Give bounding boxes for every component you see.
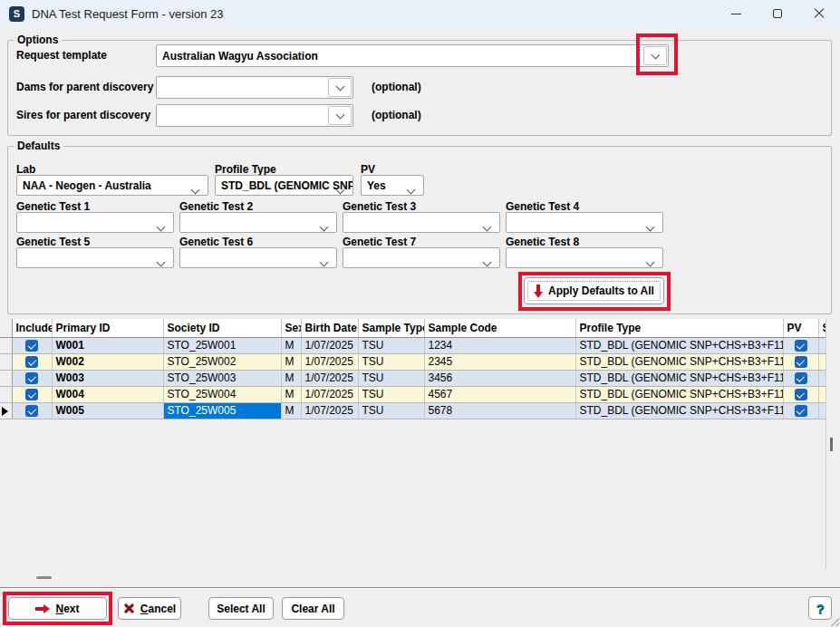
row-selector[interactable] [0, 337, 12, 353]
minimize-button[interactable] [715, 0, 757, 27]
pv-checkbox[interactable] [783, 402, 818, 419]
primary-id-cell[interactable]: W004 [52, 386, 163, 402]
table-row-current[interactable]: W005 STO_25W005 M 1/07/2025 TSU 5678 STD… [0, 402, 826, 419]
dams-combo[interactable] [156, 76, 353, 99]
col-sample-type[interactable]: Sample Type [358, 319, 424, 337]
sires-dropdown-button[interactable] [328, 106, 352, 125]
sample-type-cell[interactable]: TSU [358, 402, 424, 419]
request-template-dropdown-button[interactable] [643, 46, 667, 65]
include-checkbox[interactable] [12, 370, 52, 386]
genetic-test-7-combo[interactable] [343, 247, 500, 268]
close-button[interactable] [798, 0, 840, 27]
col-s[interactable]: S [818, 319, 826, 337]
cancel-button[interactable]: Cancel [118, 597, 181, 620]
profile-type-combo[interactable]: STD_BDL (GENOMIC SNP+ [215, 175, 353, 196]
pv-checkbox[interactable] [783, 386, 818, 402]
sample-type-cell[interactable]: TSU [358, 386, 424, 402]
animal-grid[interactable]: Include Primary ID Society ID Sex Birth … [0, 319, 826, 569]
sex-cell[interactable]: M [281, 402, 301, 419]
sample-type-cell[interactable]: TSU [358, 353, 424, 370]
sex-cell[interactable]: M [281, 386, 301, 402]
col-include[interactable]: Include [12, 319, 52, 337]
birth-date-cell[interactable]: 1/07/2025 [301, 402, 358, 419]
include-checkbox[interactable] [12, 386, 52, 402]
sample-type-cell[interactable]: TSU [358, 370, 424, 386]
genetic-test-1-combo[interactable] [16, 212, 174, 233]
row-selector[interactable] [0, 370, 12, 386]
col-profile-type[interactable]: Profile Type [575, 319, 783, 337]
pv-checkbox[interactable] [783, 337, 818, 353]
genetic-test-6-combo[interactable] [179, 247, 337, 268]
dams-dropdown-button[interactable] [328, 78, 352, 97]
profile-type-cell[interactable]: STD_BDL (GENOMIC SNP+CHS+B3+F11+ [575, 370, 783, 386]
primary-id-cell[interactable]: W003 [52, 370, 163, 386]
include-checkbox[interactable] [12, 353, 52, 370]
help-button[interactable]: ? [808, 596, 832, 620]
request-template-combo[interactable]: Australian Wagyu Association [156, 44, 669, 67]
row-selector[interactable] [0, 386, 12, 402]
genetic-test-4-combo[interactable] [506, 212, 663, 233]
sample-code-cell[interactable]: 5678 [424, 402, 575, 419]
sex-cell[interactable]: M [281, 353, 301, 370]
sires-combo[interactable] [156, 104, 353, 127]
table-row[interactable]: W003 STO_25W003 M 1/07/2025 TSU 3456 STD… [0, 370, 826, 386]
genetic-test-3-combo[interactable] [343, 212, 500, 233]
genetic-test-2-combo[interactable] [179, 212, 337, 233]
profile-type-cell[interactable]: STD_BDL (GENOMIC SNP+CHS+B3+F11+ [575, 402, 783, 419]
apply-defaults-button[interactable]: Apply Defaults to All [524, 277, 664, 304]
table-row[interactable]: W001 STO_25W001 M 1/07/2025 TSU 1234 STD… [0, 337, 826, 353]
col-primary-id[interactable]: Primary ID [52, 319, 163, 337]
primary-id-cell[interactable]: W005 [52, 402, 163, 419]
window-resize-grip[interactable] [830, 617, 839, 626]
pv-combo[interactable]: Yes [361, 175, 424, 196]
birth-date-cell[interactable]: 1/07/2025 [301, 337, 358, 353]
splitter-grip[interactable] [36, 576, 52, 579]
pv-checkbox[interactable] [783, 370, 818, 386]
s-cell[interactable] [818, 353, 826, 370]
s-cell[interactable] [818, 370, 826, 386]
pv-checkbox[interactable] [783, 353, 818, 370]
s-cell[interactable] [818, 386, 826, 402]
sex-cell[interactable]: M [281, 370, 301, 386]
sample-type-cell[interactable]: TSU [358, 337, 424, 353]
society-id-cell[interactable]: STO_25W004 [163, 386, 281, 402]
sex-cell[interactable]: M [281, 337, 301, 353]
col-pv[interactable]: PV [783, 319, 818, 337]
titlebar[interactable]: S DNA Test Request Form - version 23 [0, 0, 840, 27]
lab-combo[interactable]: NAA - Neogen - Australia [16, 175, 208, 196]
sample-code-cell[interactable]: 2345 [424, 353, 575, 370]
genetic-test-5-combo[interactable] [16, 247, 174, 268]
col-society-id[interactable]: Society ID [163, 319, 281, 337]
society-id-cell-selected[interactable]: STO_25W005 [163, 402, 281, 419]
profile-type-cell[interactable]: STD_BDL (GENOMIC SNP+CHS+B3+F11+ [575, 337, 783, 353]
society-id-cell[interactable]: STO_25W003 [163, 370, 281, 386]
next-button[interactable]: Next [8, 597, 107, 620]
clear-all-button[interactable]: Clear All [282, 597, 344, 620]
profile-type-cell[interactable]: STD_BDL (GENOMIC SNP+CHS+B3+F11+ [575, 353, 783, 370]
society-id-cell[interactable]: STO_25W001 [163, 337, 281, 353]
primary-id-cell[interactable]: W002 [52, 353, 163, 370]
s-cell[interactable] [818, 337, 826, 353]
table-row[interactable]: W004 STO_25W004 M 1/07/2025 TSU 4567 STD… [0, 386, 826, 402]
profile-type-cell[interactable]: STD_BDL (GENOMIC SNP+CHS+B3+F11+ [575, 386, 783, 402]
birth-date-cell[interactable]: 1/07/2025 [301, 353, 358, 370]
row-selector[interactable] [0, 353, 12, 370]
include-checkbox[interactable] [12, 337, 52, 353]
birth-date-cell[interactable]: 1/07/2025 [301, 370, 358, 386]
table-row[interactable]: W002 STO_25W002 M 1/07/2025 TSU 2345 STD… [0, 353, 826, 370]
s-cell[interactable] [818, 402, 826, 419]
genetic-test-8-combo[interactable] [506, 247, 663, 268]
col-sex[interactable]: Sex [281, 319, 301, 337]
society-id-cell[interactable]: STO_25W002 [163, 353, 281, 370]
sample-code-cell[interactable]: 3456 [424, 370, 575, 386]
birth-date-cell[interactable]: 1/07/2025 [301, 386, 358, 402]
sample-code-cell[interactable]: 4567 [424, 386, 575, 402]
col-birth-date[interactable]: Birth Date [301, 319, 358, 337]
select-all-button[interactable]: Select All [208, 597, 274, 620]
primary-id-cell[interactable]: W001 [52, 337, 163, 353]
sample-code-cell[interactable]: 1234 [424, 337, 575, 353]
include-checkbox[interactable] [12, 402, 52, 419]
vertical-scrollbar-thumb[interactable] [830, 438, 833, 451]
row-selector[interactable] [0, 402, 12, 419]
maximize-button[interactable] [757, 0, 798, 27]
